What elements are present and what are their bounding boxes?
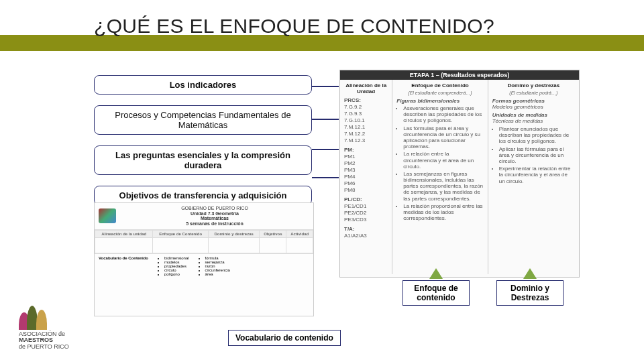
td	[209, 237, 260, 253]
vocab-list: fórmula semejanza razón circunferencia á…	[199, 256, 230, 276]
th: Objetivos	[260, 230, 286, 237]
left-callouts: Los indicadores Procesos y Competencias …	[94, 75, 312, 216]
col3-heading1: Formas geométricas	[492, 98, 575, 104]
callout-procesos: Procesos y Competencias Fundamentales de…	[94, 105, 312, 135]
plcd-codes: PE1/CD1 PE2/CD2 PE3/CD3	[344, 203, 366, 223]
ta-codes: A1/A2/A3	[344, 233, 367, 239]
list-item: propiedades	[164, 264, 189, 268]
col3-sub2: Técnicas de medidas	[492, 118, 575, 124]
vocab-section: Vocabulario de Contenido bidimensional m…	[95, 253, 313, 278]
list-item: polígono	[164, 272, 189, 276]
col-dominio-title: Dominio y destrezas	[492, 82, 575, 88]
list-item: Las semejanzas en figuras bidimensionale…	[403, 171, 483, 202]
list-item: Plantear enunciados que describan las pr…	[499, 126, 575, 145]
logo-line: de PUERTO RICO	[19, 343, 69, 350]
slide: ¿QUÉ ES EL ENFOQUE DE CONTENIDO? Los ind…	[0, 0, 644, 362]
vocab-list: bidimensional modelos propiedades círcul…	[158, 256, 189, 276]
th: Actividad	[286, 230, 313, 237]
unit-name: Unidad 7.3 Geometría Matemáticas 5 seman…	[120, 211, 309, 227]
pm-label: PM:	[344, 147, 388, 154]
col-enfoque-title: Enfoque de Contenido	[396, 82, 483, 88]
arrow-up-icon	[523, 268, 537, 279]
callout-preguntas: Las preguntas esenciales y la compresión…	[94, 145, 312, 175]
col-enfoque: Enfoque de Contenido (El estudiante comp…	[392, 80, 488, 274]
connector-line	[312, 119, 339, 120]
table-row: Alineación de la unidad Enfoque de Conte…	[95, 230, 313, 237]
list-item: Experimentar la relación entre la circun…	[499, 166, 575, 184]
pm-codes: PM1 PM2 PM3 PM4 PM6 PM8	[344, 154, 355, 193]
col-enfoque-sub: (El estudiante comprenderá…)	[396, 90, 483, 95]
col2-heading: Figuras bidimensionales	[396, 98, 483, 104]
list-item: Aplicar las fórmulas para el área y circ…	[499, 146, 575, 165]
col2-list: Aseveraciones generales que describen la…	[396, 105, 483, 221]
col3-list: Plantear enunciados que describan las pr…	[492, 126, 575, 184]
col3-sub1: Modelos geométricos	[492, 104, 575, 110]
td	[286, 237, 313, 253]
org-logo: ASOCIACIÓN de MAESTROS de PUERTO RICO	[19, 303, 93, 350]
connector-line	[312, 86, 339, 87]
arrow-up-icon	[429, 268, 443, 279]
connector-line	[312, 149, 339, 150]
prcs-label: PRCS:	[344, 97, 388, 104]
tag-enfoque: Enfoque de contenido	[402, 280, 470, 306]
vocab-label: Vocabulario de Contenido	[99, 256, 148, 276]
unit-doc-title: GOBIERNO DE PUERTO RICO Unidad 7.3 Geome…	[120, 206, 309, 227]
codes-block: PRCS: 7.G.9.2 7.G.9.3 7.G.10.1 7.M.12.1 …	[344, 97, 388, 239]
unit-table: Alineación de la unidad Enfoque de Conte…	[95, 230, 313, 253]
td	[95, 237, 153, 253]
th: Enfoque de Contenido	[153, 230, 209, 237]
th: Dominio y destrezas	[209, 230, 260, 237]
unit-document: GOBIERNO DE PUERTO RICO Unidad 7.3 Geome…	[94, 202, 314, 316]
col-alineacion: Alineación de la Unidad PRCS: 7.G.9.2 7.…	[340, 80, 392, 274]
col-alineacion-title: Alineación de la Unidad	[344, 82, 388, 95]
tag-vocabulario: Vocabulario de contenido	[228, 330, 341, 346]
connector-line	[312, 177, 339, 178]
td	[260, 237, 286, 253]
list-item: área	[205, 272, 230, 276]
col-dominio-sub: (El estudiante podrá…)	[492, 90, 575, 95]
logo-icon	[19, 303, 55, 330]
org-name: GOBIERNO DE PUERTO RICO	[120, 206, 309, 211]
col-dominio: Dominio y destrezas (El estudiante podrá…	[488, 80, 579, 274]
plcd-label: PL/CD:	[344, 196, 388, 203]
etapa1-header: ETAPA 1 – (Resultados esperados)	[340, 70, 579, 80]
callout-indicadores: Los indicadores	[94, 75, 312, 95]
list-item: Las fórmulas para el área y circunferenc…	[403, 125, 483, 150]
list-item: La relación proporcional entre las medid…	[403, 203, 483, 222]
crest-icon	[99, 208, 116, 223]
list-item: Aseveraciones generales que describen la…	[403, 105, 483, 124]
list-item: circunferencia	[205, 268, 230, 272]
logo-shape	[36, 310, 47, 330]
tag-dominio: Dominio y Destrezas	[496, 280, 564, 306]
ta-label: T/A:	[344, 226, 388, 233]
unit-doc-header: GOBIERNO DE PUERTO RICO Unidad 7.3 Geome…	[95, 203, 313, 230]
list-item: La relación entre la circunferencia y el…	[403, 151, 483, 170]
prcs-codes: 7.G.9.2 7.G.9.3 7.G.10.1 7.M.12.1 7.M.12…	[344, 104, 365, 143]
logo-text: ASOCIACIÓN de MAESTROS de PUERTO RICO	[19, 331, 93, 350]
page-title: ¿QUÉ ES EL ENFOQUE DE CONTENIDO?	[94, 15, 494, 38]
etapa1-columns: Alineación de la Unidad PRCS: 7.G.9.2 7.…	[340, 80, 579, 274]
th: Alineación de la unidad	[95, 230, 153, 237]
col3-heading2: Unidades de medidas	[492, 112, 575, 118]
list-item: bidimensional	[164, 256, 189, 260]
td	[153, 237, 209, 253]
etapa1-document: ETAPA 1 – (Resultados esperados) Alineac…	[339, 70, 580, 278]
table-row	[95, 237, 313, 253]
